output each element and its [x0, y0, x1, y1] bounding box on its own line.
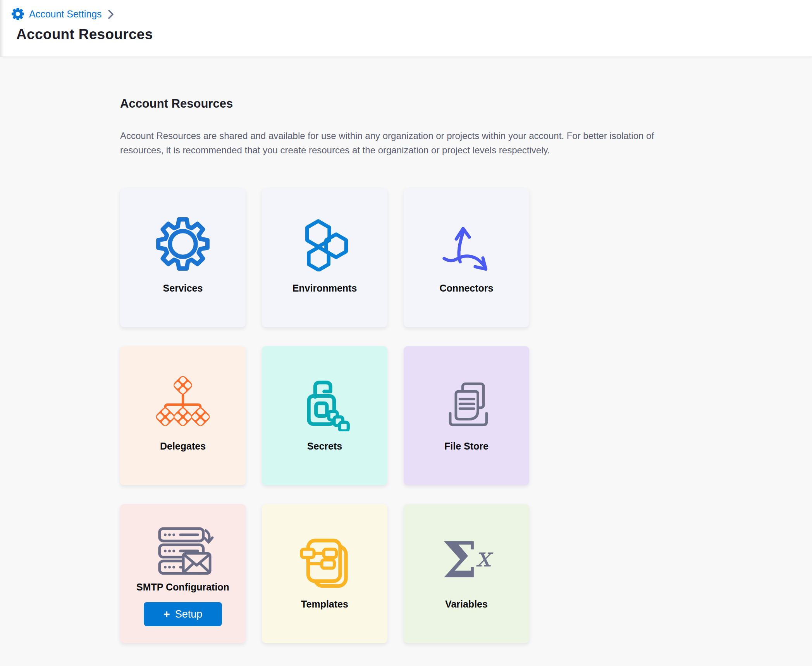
smtp-server-mail-icon: [152, 520, 214, 578]
setup-button-label: Setup: [175, 608, 203, 620]
card-smtp-configuration[interactable]: SMTP Configuration + Setup: [120, 504, 246, 643]
card-label: Templates: [301, 599, 348, 610]
x-glyph: x: [476, 541, 491, 573]
card-delegates[interactable]: Delegates: [120, 346, 246, 485]
account-settings-gear-icon: [12, 8, 24, 20]
delegates-tree-icon: [154, 372, 212, 431]
card-templates[interactable]: Templates: [262, 504, 387, 643]
connectors-arrows-icon: [437, 215, 495, 273]
section-description: Account Resources are shared and availab…: [120, 129, 683, 157]
chevron-right-icon: [108, 9, 114, 19]
card-label: File Store: [444, 441, 489, 452]
card-label: SMTP Configuration: [136, 582, 229, 593]
card-label: Connectors: [440, 283, 494, 294]
file-store-documents-icon: [438, 372, 495, 431]
card-label: Secrets: [307, 441, 342, 452]
card-services[interactable]: Services: [120, 188, 246, 327]
card-label: Services: [163, 283, 203, 294]
card-label: Environments: [292, 283, 357, 294]
services-gear-icon: [154, 215, 212, 273]
card-label: Delegates: [160, 441, 206, 452]
templates-cards-icon: [296, 530, 354, 589]
card-secrets[interactable]: Secrets: [262, 346, 387, 485]
environments-hexagons-icon: [297, 215, 352, 273]
card-file-store[interactable]: File Store: [404, 346, 529, 485]
breadcrumb: Account Settings: [12, 8, 812, 20]
page-title: Account Resources: [16, 26, 812, 43]
card-environments[interactable]: Environments: [262, 188, 387, 327]
card-connectors[interactable]: Connectors: [404, 188, 529, 327]
breadcrumb-account-settings-link[interactable]: Account Settings: [29, 9, 102, 20]
main-content: Account Resources Account Resources are …: [0, 57, 812, 643]
sigma-glyph: Σ: [442, 535, 477, 585]
secrets-lock-icon: [295, 372, 354, 431]
card-variables[interactable]: Σ x Variables: [404, 504, 529, 643]
page-header: Account Settings Account Resources: [0, 0, 812, 57]
resource-cards-grid: Services Environments: [120, 188, 812, 643]
setup-button[interactable]: + Setup: [144, 602, 222, 626]
card-label: Variables: [445, 599, 488, 610]
section-heading: Account Resources: [120, 97, 812, 111]
variables-sigma-icon: Σ x: [442, 530, 491, 589]
plus-icon: +: [163, 608, 170, 621]
